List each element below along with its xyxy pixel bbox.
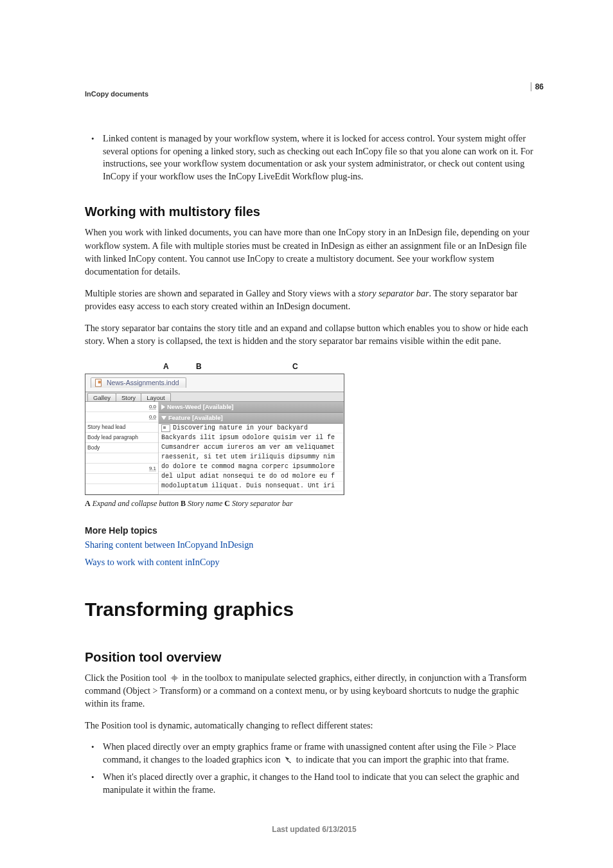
figure-screenshot: News-Assignments.indd Galley Story Layou… [85, 374, 344, 495]
section-heading-multistory: Working with multistory files [85, 204, 544, 219]
page-number: 86 [531, 82, 544, 91]
left-row [85, 484, 158, 494]
body-paragraph: When you work with linked documents, you… [85, 226, 544, 278]
left-row [85, 453, 158, 464]
list-item: When it's placed directly over a graphic… [85, 771, 544, 796]
body-paragraph: Multiple stories are shown and separated… [85, 287, 544, 312]
callout-b: B [196, 362, 202, 371]
caption-text: Story name [186, 499, 224, 508]
caption-text: Story separator bar [230, 499, 293, 508]
running-head: InCopy documents [85, 90, 544, 98]
section-heading-position-tool: Position tool overview [85, 650, 544, 665]
story-bar-label: Feature [Available] [168, 413, 223, 422]
left-row: 9.1 [85, 464, 158, 474]
figure-right-column: News-Weed [Available] Feature [Available… [159, 402, 344, 494]
body-paragraph: Click the Position tool in the toolbox t… [85, 671, 544, 710]
figure-multistory: A B C News-Assignments.indd Galley Story… [85, 362, 544, 509]
figure-callout-labels: A B C [85, 362, 544, 374]
story-bar-label: News-Weed [Available] [167, 402, 233, 411]
document-tab-row: News-Assignments.indd [85, 374, 344, 392]
caption-key-c: C [224, 499, 230, 508]
story-text-line: Cumsandrer accum iureros am ver am veliq… [159, 443, 343, 453]
page-footer: Last updated 6/13/2015 [85, 825, 544, 834]
position-tool-list: When placed directly over an empty graph… [85, 741, 544, 796]
caption-key-b: B [181, 499, 186, 508]
callout-c: C [292, 362, 298, 371]
story-text-line: do dolore te commod magna corperc ipsumm… [159, 462, 343, 472]
text: to indicate that you can import the grap… [294, 754, 509, 764]
document-tab-label: News-Assignments.indd [107, 379, 179, 386]
figure-caption: A Expand and collapse button B Story nam… [85, 499, 544, 509]
expand-icon [161, 404, 165, 410]
text: Multiple stories are shown and separated… [85, 288, 358, 298]
svg-rect-1 [98, 381, 101, 383]
tab-story: Story [116, 393, 141, 401]
list-item: When placed directly over an empty graph… [85, 741, 544, 766]
story-separator-bar-collapsed: News-Weed [Available] [159, 402, 343, 413]
chapter-heading-transforming: Transforming graphics [85, 599, 544, 620]
figure-content-area: 0.0 0.0 Story head lead Body lead paragr… [85, 401, 344, 494]
help-link[interactable]: Ways to work with content inInCopy [85, 557, 544, 568]
caption-text: Expand and collapse button [91, 499, 181, 508]
intro-bullet: Linked content is managed by your workfl… [85, 132, 544, 183]
left-row: Body [85, 443, 158, 453]
indesign-doc-icon [94, 379, 103, 387]
help-link[interactable]: Sharing content between InCopyand InDesi… [85, 539, 544, 550]
document-tab: News-Assignments.indd [91, 377, 186, 388]
story-text-line: Backyards ilit ipsum odolore quisim ver … [159, 433, 343, 443]
loaded-graphics-icon [283, 755, 293, 764]
text: Click the Position tool [85, 673, 169, 683]
left-row [85, 474, 158, 484]
caption-key-a: A [85, 499, 91, 508]
intro-list: Linked content is managed by your workfl… [85, 132, 544, 183]
left-row: 0.0 [85, 412, 158, 422]
paragraph-icon [161, 424, 170, 432]
story-text-line: raessenit, si tet utem iriliquis dipsumm… [159, 453, 343, 462]
story-text-line: del ulput adiat nonsequi te do od molore… [159, 472, 343, 482]
view-tab-row: Galley Story Layout [85, 392, 344, 401]
story-separator-bar-expanded: Feature [Available] [159, 413, 343, 424]
emphasis: story separator bar [358, 288, 429, 298]
callout-a: A [163, 362, 169, 371]
figure-left-column: 0.0 0.0 Story head lead Body lead paragr… [85, 402, 159, 494]
story-text-line: modoluptatum iliquat. Duis nonsequat. Un… [159, 482, 343, 491]
collapse-icon [161, 416, 166, 420]
more-help-heading: More Help topics [85, 525, 544, 536]
tab-layout: Layout [141, 393, 171, 401]
left-row: Body lead paragraph [85, 433, 158, 443]
position-tool-icon [170, 674, 179, 682]
left-row: 0.0 [85, 402, 158, 412]
body-paragraph: The story separator bar contains the sto… [85, 321, 544, 347]
story-text-line: Discovering nature in your backyard [159, 424, 343, 433]
body-paragraph: The Position tool is dynamic, automatica… [85, 719, 544, 732]
tab-galley: Galley [87, 393, 116, 401]
left-row: Story head lead [85, 422, 158, 433]
